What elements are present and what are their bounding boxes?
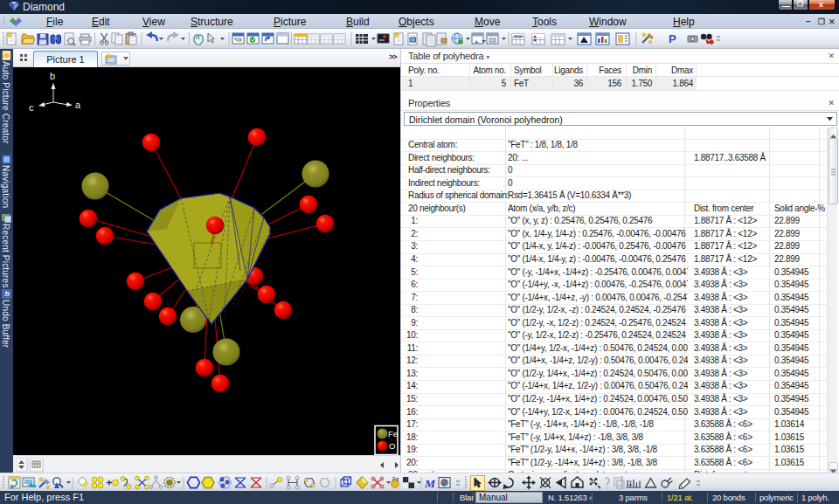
svg-text:M: M bbox=[424, 477, 436, 490]
svg-text:P: P bbox=[669, 32, 676, 45]
svg-text:Fe: Fe bbox=[388, 429, 398, 438]
svg-text:O: O bbox=[389, 441, 395, 451]
svg-text:Fe: Fe bbox=[392, 476, 399, 482]
svg-text:c: c bbox=[29, 102, 34, 113]
svg-text:a: a bbox=[75, 100, 81, 110]
svg-text:b: b bbox=[50, 71, 55, 81]
